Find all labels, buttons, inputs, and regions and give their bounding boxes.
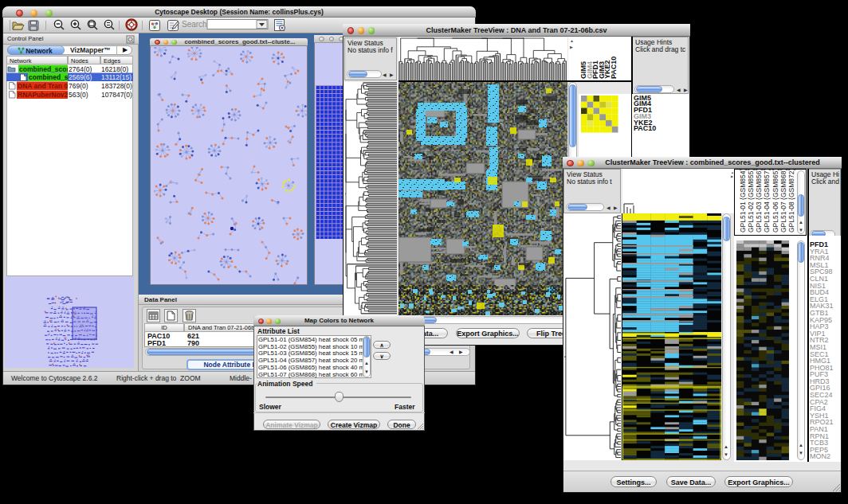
svg-text:Search:: Search: <box>182 20 209 29</box>
svg-text:563(0): 563(0) <box>69 91 88 99</box>
svg-text:183728(0): 183728(0) <box>101 82 132 90</box>
svg-text:RNAPuberNov2+: RNAPuberNov2+ <box>18 91 72 99</box>
svg-text:16218(0): 16218(0) <box>101 65 128 73</box>
svg-text:13112(15): 13112(15) <box>101 73 132 81</box>
svg-text:2764(0): 2764(0) <box>69 65 92 73</box>
svg-text:769(0): 769(0) <box>69 82 88 90</box>
svg-text:DNA and Tran 07-: DNA and Tran 07- <box>18 82 74 90</box>
svg-text:2569(6): 2569(6) <box>69 73 92 81</box>
svg-text:107847(0): 107847(0) <box>101 91 132 99</box>
